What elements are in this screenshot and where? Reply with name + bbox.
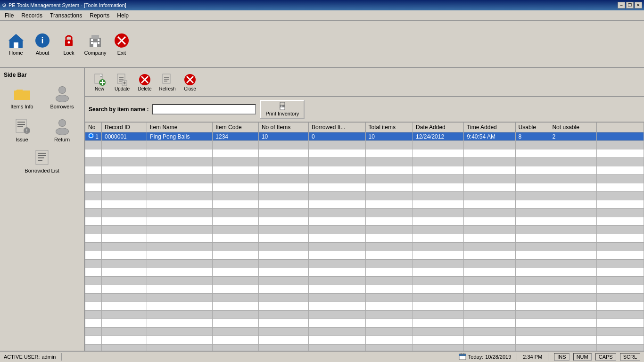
cell-empty bbox=[213, 158, 259, 166]
cell-empty bbox=[413, 268, 464, 277]
cell-empty bbox=[147, 268, 213, 277]
cell-empty bbox=[258, 243, 308, 251]
search-label: Search by item name : bbox=[89, 106, 149, 113]
cell-empty bbox=[147, 192, 213, 200]
cell-empty bbox=[549, 158, 597, 166]
cell-empty bbox=[102, 260, 147, 268]
cell-empty bbox=[102, 285, 147, 294]
cell-empty bbox=[464, 336, 515, 345]
cell-empty bbox=[258, 345, 308, 351]
cell-empty bbox=[147, 149, 213, 158]
company-button[interactable]: Company bbox=[83, 30, 107, 58]
cell-no-of-items: 10 bbox=[258, 132, 308, 141]
cell-empty bbox=[464, 328, 515, 336]
cell-empty bbox=[102, 175, 147, 183]
cell-empty bbox=[258, 285, 308, 294]
search-input[interactable] bbox=[152, 104, 256, 115]
svg-text:i: i bbox=[41, 36, 43, 45]
cell-empty bbox=[597, 302, 644, 311]
cell-empty bbox=[258, 251, 308, 260]
table-row-empty bbox=[85, 251, 644, 260]
svg-rect-12 bbox=[91, 42, 93, 44]
home-button[interactable]: Home bbox=[4, 30, 28, 58]
close-window-button[interactable]: ✕ bbox=[635, 2, 642, 8]
sidebar-item-items-info[interactable]: Items Info bbox=[4, 82, 40, 111]
refresh-icon bbox=[161, 73, 174, 86]
cell-empty bbox=[85, 311, 102, 319]
cell-empty bbox=[515, 200, 549, 209]
main-toolbar: Home i About Lock bbox=[0, 21, 644, 68]
minimize-button[interactable]: – bbox=[618, 2, 625, 8]
sidebar-item-borrowed-list[interactable]: Borrowded List bbox=[4, 146, 80, 175]
col-no: No bbox=[85, 123, 102, 132]
cell-time-added: 9:40:54 AM bbox=[464, 132, 515, 141]
cell-empty bbox=[413, 311, 464, 319]
cell-empty bbox=[365, 251, 413, 260]
close-button[interactable]: Close bbox=[179, 72, 201, 92]
cell-empty bbox=[213, 243, 259, 251]
update-button[interactable]: Update bbox=[111, 72, 133, 92]
table-row-empty bbox=[85, 268, 644, 277]
cell-empty bbox=[549, 345, 597, 351]
refresh-button[interactable]: Refresh bbox=[157, 72, 178, 92]
cell-empty bbox=[258, 302, 308, 311]
lock-button[interactable]: Lock bbox=[57, 30, 81, 58]
menu-help[interactable]: Help bbox=[113, 11, 132, 20]
svg-rect-54 bbox=[163, 74, 170, 83]
svg-rect-26 bbox=[17, 126, 23, 127]
svg-rect-62 bbox=[280, 102, 285, 105]
col-not-usable: Not usable bbox=[549, 123, 597, 132]
cell-empty bbox=[147, 200, 213, 209]
active-user-label: ACTIVE USER: bbox=[4, 354, 40, 360]
cell-empty bbox=[213, 217, 259, 226]
cell-empty bbox=[213, 149, 259, 158]
print-icon bbox=[278, 102, 287, 111]
secondary-toolbar: New Update bbox=[85, 68, 644, 97]
menu-file[interactable]: File bbox=[1, 11, 17, 20]
active-user-value: admin bbox=[41, 354, 56, 360]
svg-rect-24 bbox=[17, 122, 25, 123]
cell-empty bbox=[213, 251, 259, 260]
cell-empty bbox=[85, 158, 102, 166]
col-usable: Usable bbox=[515, 123, 549, 132]
cell-empty bbox=[365, 302, 413, 311]
cell-empty bbox=[309, 345, 365, 351]
sidebar-item-issue[interactable]: ! Issue bbox=[4, 115, 40, 144]
cell-empty bbox=[464, 311, 515, 319]
cell-empty bbox=[213, 285, 259, 294]
cell-empty bbox=[464, 234, 515, 243]
cell-empty bbox=[515, 311, 549, 319]
restore-button[interactable]: ❐ bbox=[626, 2, 634, 8]
cell-empty bbox=[309, 302, 365, 311]
svg-point-22 bbox=[56, 95, 68, 102]
about-button[interactable]: i About bbox=[30, 30, 55, 58]
row-radio[interactable] bbox=[88, 133, 94, 139]
table-row[interactable]: 1 0000001 Ping Pong Balls 1234 10 0 10 1… bbox=[85, 132, 644, 141]
menu-records[interactable]: Records bbox=[17, 11, 46, 20]
sidebar-item-return[interactable]: Return bbox=[44, 115, 80, 144]
menu-transactions[interactable]: Transactions bbox=[46, 11, 86, 20]
cell-empty bbox=[309, 336, 365, 345]
cell-empty bbox=[309, 200, 365, 209]
update-icon bbox=[116, 73, 129, 86]
cell-empty bbox=[549, 311, 597, 319]
sidebar-item-borrowers[interactable]: Borrowers bbox=[44, 82, 80, 111]
cell-empty bbox=[102, 336, 147, 345]
exit-button[interactable]: Exit bbox=[109, 30, 134, 58]
cell-empty bbox=[549, 319, 597, 328]
menu-reports[interactable]: Reports bbox=[86, 11, 113, 20]
cell-empty bbox=[213, 166, 259, 175]
cell-empty bbox=[464, 209, 515, 217]
title-bar-controls: – ❐ ✕ bbox=[618, 2, 642, 8]
new-button[interactable]: New bbox=[89, 72, 110, 92]
table-body: 1 0000001 Ping Pong Balls 1234 10 0 10 1… bbox=[85, 132, 644, 351]
delete-button[interactable]: Delete bbox=[134, 72, 156, 92]
print-inventory-button[interactable]: Print Inventory bbox=[260, 100, 305, 119]
cell-empty bbox=[464, 294, 515, 302]
cell-empty bbox=[309, 175, 365, 183]
table-row-empty bbox=[85, 277, 644, 285]
cell-empty bbox=[549, 183, 597, 192]
cell-empty bbox=[147, 294, 213, 302]
cell-empty bbox=[309, 319, 365, 328]
cell-empty bbox=[258, 200, 308, 209]
